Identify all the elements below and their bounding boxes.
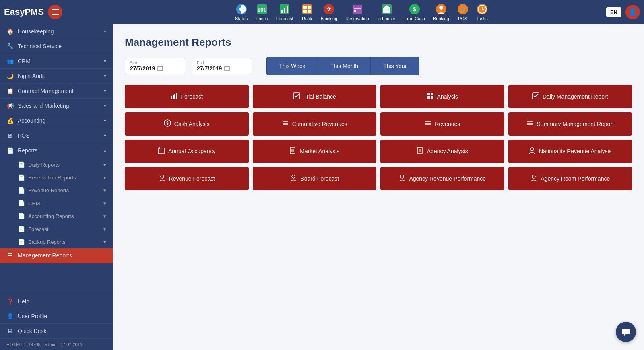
svg-point-78 <box>532 175 535 178</box>
nav-pos[interactable]: 🛒 POS <box>457 4 469 21</box>
nav-frontcash[interactable]: $ FrontCash <box>405 4 425 21</box>
sidebar-item-crm[interactable]: 👥 CRM ▾ <box>0 54 113 69</box>
daily-management-button[interactable]: Daily Management Report <box>508 85 632 108</box>
svg-rect-15 <box>353 5 362 14</box>
inhouses-icon <box>381 4 392 15</box>
sidebar-item-quick-desk[interactable]: 🖥 Quick Desk <box>0 324 113 339</box>
sidebar-item-accounting-reports[interactable]: 📄 Accounting Reports ▾ <box>0 210 113 222</box>
chevron-icon: ▾ <box>104 58 106 64</box>
sidebar-item-reports[interactable]: 📄 Reports ▴ <box>0 143 113 158</box>
svg-point-75 <box>161 175 164 178</box>
forecast-reports-icon: 📄 <box>18 226 25 232</box>
revenues-button[interactable]: Revenues <box>380 112 504 136</box>
nav-prices[interactable]: 100 Prices <box>256 4 268 21</box>
agency-room-performance-icon <box>530 174 537 183</box>
help-icon: ❓ <box>6 298 14 305</box>
summary-management-button[interactable]: Summary Management Report <box>508 112 632 136</box>
cumulative-revenues-button[interactable]: Cumulative Revenues <box>253 112 377 136</box>
start-date-field[interactable]: Start 27/7/2019 <box>125 58 185 74</box>
svg-rect-12 <box>308 10 311 13</box>
daily-management-icon <box>532 92 539 101</box>
svg-rect-9 <box>303 6 307 9</box>
sidebar-item-housekeeping[interactable]: 🏠 Housekeeping ▾ <box>0 24 113 39</box>
nav-inhouses[interactable]: In houses <box>377 4 396 21</box>
end-date-field[interactable]: End 27/7/2019 <box>192 58 252 74</box>
hamburger-button[interactable] <box>48 5 62 19</box>
this-week-button[interactable]: This Week <box>266 57 318 75</box>
sidebar-item-user-profile[interactable]: 👤 User Profile <box>0 309 113 324</box>
sidebar-item-management-reports[interactable]: ☰ Management Reports <box>0 248 113 263</box>
analysis-button[interactable]: Analysis <box>380 85 504 108</box>
sidebar-item-crm-reports[interactable]: 📄 CRM ▾ <box>0 197 113 210</box>
contract-icon: 📋 <box>6 88 14 94</box>
svg-rect-46 <box>427 93 430 95</box>
revenue-forecast-button[interactable]: Revenue Forecast <box>125 167 249 190</box>
user-avatar[interactable]: 👤 <box>625 5 640 19</box>
board-forecast-button[interactable]: Board Forecast <box>253 167 377 190</box>
market-analysis-button[interactable]: Market Analysis <box>253 140 377 163</box>
nav-reservation[interactable]: Reservation <box>345 4 369 21</box>
sidebar-item-technical-service[interactable]: 🔧 Technical Service <box>0 39 113 54</box>
svg-point-26 <box>439 6 443 10</box>
pos-sidebar-icon: 🖥 <box>6 132 14 139</box>
sidebar-item-pos[interactable]: 🖥 POS ▾ <box>0 128 113 143</box>
nav-rack-label: Rack <box>302 16 312 21</box>
nav-rack[interactable]: Rack <box>301 4 313 21</box>
agency-analysis-button[interactable]: Agency Analysis <box>380 140 504 163</box>
agency-room-performance-button[interactable]: Agency Room Performance <box>508 167 632 190</box>
main-layout: 🏠 Housekeeping ▾ 🔧 Technical Service 👥 C… <box>0 24 644 350</box>
nav-blocking[interactable]: ✈ Blocking <box>321 4 338 21</box>
sidebar-item-sales-marketing[interactable]: 📢 Sales and Marketing ▾ <box>0 99 113 113</box>
svg-rect-49 <box>431 96 433 99</box>
svg-text:$: $ <box>166 121 169 126</box>
sidebar-item-reservation-reports[interactable]: 📄 Reservation Reports ▾ <box>0 171 113 184</box>
nav-status[interactable]: Status <box>235 4 248 21</box>
agency-revenue-performance-icon <box>398 174 406 183</box>
svg-point-76 <box>292 175 295 178</box>
hotel-status: HOTELID: 19705 - admin - 27.07.2019 <box>0 339 113 350</box>
housekeeping-icon: 🏠 <box>6 28 14 35</box>
nav-pos-label: POS <box>458 16 467 21</box>
logo-area: EasyPMS <box>4 5 117 19</box>
nav-booking-label: Booking <box>433 16 449 21</box>
svg-point-74 <box>530 148 534 151</box>
nav-forecast[interactable]: Forecast <box>276 4 293 21</box>
sidebar-item-backup-reports[interactable]: 📄 Backup Reports ▾ <box>0 235 113 248</box>
sidebar: 🏠 Housekeeping ▾ 🔧 Technical Service 👥 C… <box>0 24 113 350</box>
this-year-button[interactable]: This Year <box>371 57 419 75</box>
nav-booking[interactable]: Booking <box>433 4 449 21</box>
trial-balance-button[interactable]: Trial Balance <box>253 85 377 108</box>
reports-grid: Forecast Trial Balance <box>125 85 632 190</box>
chevron-icon: ▾ <box>104 29 106 34</box>
nav-inhouses-label: In houses <box>377 16 396 21</box>
sidebar-item-revenue-reports[interactable]: 📄 Revenue Reports ▾ <box>0 184 113 197</box>
filter-row: Start 27/7/2019 End 27/7/2019 <box>125 57 632 75</box>
forecast-report-button[interactable]: Forecast <box>125 85 249 108</box>
nav-tasks[interactable]: Tasks <box>477 4 488 21</box>
frontcash-icon: $ <box>409 4 420 15</box>
svg-rect-37 <box>225 66 229 71</box>
nav-prices-label: Prices <box>256 16 268 21</box>
this-month-button[interactable]: This Month <box>318 57 371 75</box>
start-date-value: 27/7/2019 <box>130 65 155 72</box>
revenue-reports-icon: 📄 <box>18 187 25 194</box>
svg-rect-43 <box>174 94 175 99</box>
annual-occupancy-button[interactable]: Annual Occupancy <box>125 140 249 163</box>
nav-blocking-label: Blocking <box>321 16 338 21</box>
chat-bubble[interactable] <box>616 322 636 342</box>
summary-management-icon <box>526 119 534 128</box>
agency-revenue-performance-button[interactable]: Agency Revenue Performance <box>380 167 504 190</box>
tasks-icon <box>477 4 488 15</box>
nationality-revenue-button[interactable]: Nationality Revenue Analysis <box>508 140 632 163</box>
sidebar-item-help[interactable]: ❓ Help <box>0 294 113 309</box>
agency-analysis-icon <box>417 147 424 156</box>
sidebar-item-accounting[interactable]: 💰 Accounting ▾ <box>0 113 113 128</box>
nav-status-label: Status <box>235 16 248 21</box>
sidebar-item-forecast-reports[interactable]: 📄 Forecast ▾ <box>0 222 113 235</box>
sidebar-item-contract-management[interactable]: 📋 Contract Management ▾ <box>0 84 113 99</box>
calendar-icon <box>157 66 163 71</box>
sidebar-item-night-audit[interactable]: 🌙 Night Audit ▾ <box>0 69 113 84</box>
language-button[interactable]: EN <box>606 7 621 17</box>
cash-analysis-button[interactable]: $ Cash Analysis <box>125 112 249 136</box>
sidebar-item-daily-reports[interactable]: 📄 Daily Reports ▾ <box>0 158 113 171</box>
